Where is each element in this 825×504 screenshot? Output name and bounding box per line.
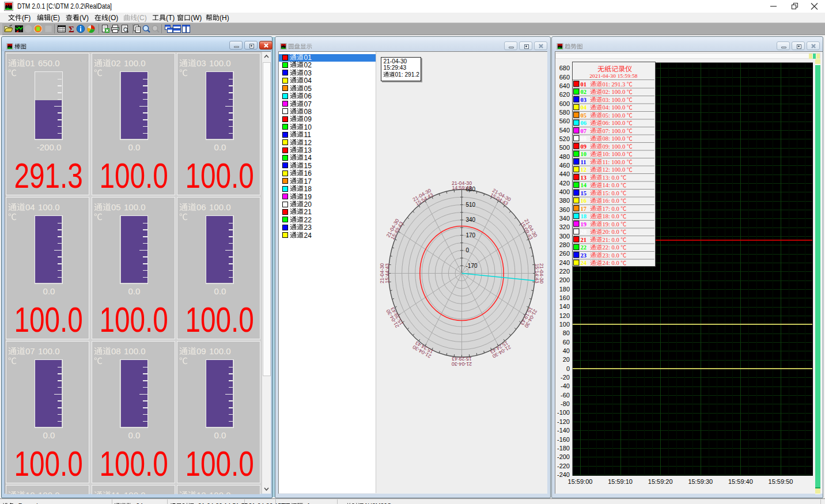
svg-text:300: 300 (559, 233, 570, 240)
svg-text:12: 100.0: 12: 100.0 (603, 166, 626, 173)
svg-text:40: 40 (563, 347, 570, 354)
svg-text:600: 600 (559, 100, 570, 107)
svg-text:14: 0.0: 14: 0.0 (603, 182, 619, 188)
svg-text:620: 620 (559, 91, 570, 98)
svg-text:15:59:30: 15:59:30 (688, 478, 713, 485)
svg-text:15:29:43: 15:29:43 (452, 356, 471, 362)
svg-text:520: 520 (559, 135, 570, 142)
svg-text:06: 06 (581, 120, 587, 126)
svg-text:100.0: 100.0 (209, 202, 231, 212)
svg-text:03: 03 (304, 69, 312, 77)
svg-text:05: 100.0: 05: 100.0 (603, 112, 626, 118)
svg-text:80: 80 (563, 329, 570, 336)
svg-text:280: 280 (559, 241, 570, 248)
svg-text:100: 100 (559, 321, 570, 328)
svg-text:08: 08 (581, 135, 587, 142)
svg-text:23: 0.0: 23: 0.0 (603, 252, 619, 258)
svg-text:100.0: 100.0 (38, 346, 60, 356)
svg-text:20: 20 (581, 229, 587, 235)
svg-text:-200: -200 (557, 453, 570, 460)
svg-text:08: 100.0: 08: 100.0 (603, 135, 626, 142)
svg-text:07: 100.0: 07: 100.0 (603, 127, 626, 134)
svg-text:11: 100.0: 11: 100.0 (603, 158, 625, 165)
svg-text:(W): (W) (191, 14, 202, 22)
svg-text:12: 12 (196, 490, 206, 494)
svg-text:13: 13 (581, 174, 587, 180)
svg-text:15:59:50: 15:59:50 (769, 478, 793, 485)
svg-text:220: 220 (559, 268, 570, 275)
svg-text:0.0: 0.0 (214, 142, 226, 152)
svg-text:2021-04-30 15:59:58: 2021-04-30 15:59:58 (589, 73, 638, 79)
svg-text:480: 480 (559, 153, 570, 160)
svg-text:(F): (F) (22, 14, 31, 22)
svg-text:06: 06 (196, 202, 206, 212)
svg-text:20: 0.0: 20: 0.0 (603, 229, 619, 235)
svg-text:170: 170 (466, 232, 475, 238)
svg-text:200: 200 (559, 276, 570, 283)
svg-text:17: 17 (304, 177, 312, 185)
svg-text:580: 580 (559, 109, 570, 116)
svg-text:05: 05 (581, 112, 587, 118)
svg-text:23: 23 (304, 223, 312, 232)
svg-text:320: 320 (559, 223, 570, 230)
svg-text:-40: -40 (561, 382, 570, 389)
svg-text:540: 540 (559, 127, 570, 134)
svg-text:13: 13 (304, 146, 312, 154)
svg-text:06: 100.0: 06: 100.0 (603, 120, 626, 126)
svg-text:240: 240 (559, 259, 570, 266)
svg-text:660: 660 (559, 74, 570, 81)
svg-text:24: 24 (304, 232, 312, 240)
svg-text:03: 03 (196, 58, 206, 68)
svg-text:01: 01 (581, 81, 587, 87)
svg-text:21-04-30: 21-04-30 (383, 58, 407, 65)
svg-text:0.0: 0.0 (128, 142, 141, 152)
svg-text:02: 02 (304, 61, 312, 69)
svg-text:140: 140 (559, 303, 570, 310)
svg-text:09: 09 (581, 143, 587, 149)
svg-text:10: 10 (304, 123, 312, 131)
svg-text:09: 09 (304, 115, 312, 123)
svg-text:100.0: 100.0 (124, 346, 146, 356)
svg-text:180: 180 (559, 286, 570, 293)
svg-text:0.0: 0.0 (43, 286, 55, 296)
svg-text:19: 19 (304, 193, 312, 201)
svg-text:15: 0.0: 15: 0.0 (603, 190, 619, 196)
svg-text:0.0: 0.0 (128, 286, 141, 296)
svg-text:(O): (O) (108, 14, 118, 22)
svg-text:15:59:20: 15:59:20 (648, 478, 673, 485)
svg-text:-80: -80 (561, 400, 570, 407)
svg-text:14:59:43: 14:59:43 (452, 185, 471, 191)
svg-text:23: 23 (581, 252, 587, 258)
svg-text:04: 04 (581, 104, 587, 111)
svg-text:0.0: 0.0 (214, 430, 226, 440)
svg-text:17: 0.0: 17: 0.0 (603, 205, 619, 211)
svg-text:15: 15 (304, 162, 312, 170)
svg-text:04: 04 (25, 202, 35, 212)
svg-text:420: 420 (559, 180, 570, 187)
svg-text:160: 160 (559, 294, 570, 301)
svg-text:15: 15 (581, 190, 587, 196)
svg-text:01: 01 (25, 58, 35, 68)
svg-text:680: 680 (559, 65, 570, 71)
svg-text:04: 100.0: 04: 100.0 (603, 104, 626, 111)
svg-text:11: 11 (111, 490, 120, 494)
svg-text:16: 0.0: 16: 0.0 (603, 198, 619, 204)
svg-text:440: 440 (559, 170, 570, 177)
svg-text:24: 24 (581, 260, 587, 266)
svg-text:03: 100.0: 03: 100.0 (603, 96, 626, 103)
svg-text:15:29:43: 15:29:43 (383, 65, 406, 71)
svg-text:12: 12 (304, 139, 312, 147)
svg-text:-120: -120 (557, 418, 570, 425)
svg-text:02: 100.0: 02: 100.0 (603, 89, 626, 95)
svg-text:-180: -180 (557, 445, 570, 452)
svg-text:20: 20 (304, 200, 312, 209)
svg-text:18: 0.0: 18: 0.0 (603, 213, 619, 219)
svg-text:12: 12 (581, 166, 587, 173)
svg-text:Σ: Σ (69, 25, 74, 34)
svg-text:05: 05 (304, 85, 312, 93)
svg-text:21: 21 (304, 208, 312, 216)
svg-text:-100: -100 (557, 409, 570, 416)
svg-text:18: 18 (581, 213, 587, 219)
svg-text:510: 510 (466, 202, 475, 208)
svg-text:100.0: 100.0 (209, 490, 231, 494)
